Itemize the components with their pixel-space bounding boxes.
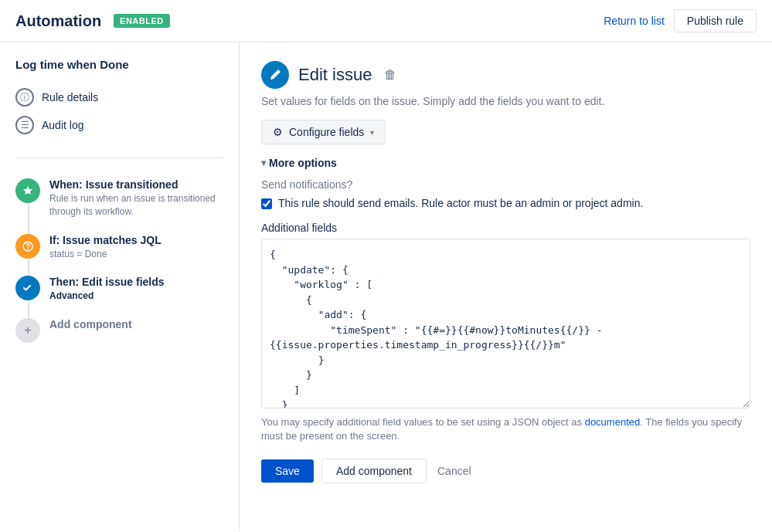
step-when-icon: [15, 178, 40, 203]
edit-issue-icon: [261, 61, 289, 89]
return-to-list-link[interactable]: Return to list: [604, 15, 665, 27]
step-add-content: Add component: [49, 318, 223, 330]
step-add-icon: +: [15, 318, 40, 343]
rule-details-icon: ⓘ: [15, 88, 34, 107]
step-then-title: Then: Edit issue fields: [49, 276, 223, 288]
content-area: Edit issue 🗑 Set values for fields on th…: [240, 42, 772, 530]
documented-link[interactable]: documented: [585, 416, 641, 428]
step-when-title: When: Issue transitioned: [49, 178, 223, 191]
hint-text: You may specify additional field values …: [261, 416, 585, 428]
sidebar-item-rule-details[interactable]: ⓘ Rule details: [15, 83, 223, 111]
additional-fields-label: Additional fields: [261, 222, 750, 234]
chevron-right-icon: ▾: [261, 158, 266, 168]
content-description: Set values for fields on the issue. Simp…: [261, 95, 750, 107]
enabled-badge: ENABLED: [114, 14, 170, 28]
header-actions: Return to list Publish rule: [604, 9, 757, 32]
step-if-content: If: Issue matches JQL status = Done: [49, 234, 223, 261]
step-then-content: Then: Edit issue fields Advanced: [49, 276, 223, 303]
send-emails-checkbox[interactable]: [261, 198, 272, 209]
save-button[interactable]: Save: [261, 459, 314, 483]
step-when-subtitle: Rule is run when an issue is transitione…: [49, 192, 223, 219]
step-if-title: If: Issue matches JQL: [49, 234, 223, 246]
more-options-toggle[interactable]: ▾ More options: [261, 157, 750, 169]
more-options-label: More options: [269, 157, 337, 169]
svg-text:?: ?: [26, 242, 30, 251]
main-layout: Log time when Done ⓘ Rule details ☰ Audi…: [0, 42, 772, 530]
send-emails-label: This rule should send emails. Rule actor…: [278, 197, 643, 209]
step-if[interactable]: ? If: Issue matches JQL status = Done: [15, 226, 223, 269]
audit-log-label: Audit log: [42, 119, 83, 131]
step-add-component[interactable]: + Add component: [15, 310, 223, 351]
app-title: Automation: [15, 12, 101, 30]
content-header: Edit issue 🗑: [261, 61, 750, 89]
json-textarea[interactable]: { "update": { "worklog" : [ { "add": { "…: [261, 239, 750, 408]
top-header: Automation ENABLED Return to list Publis…: [0, 0, 772, 42]
field-hint: You may specify additional field values …: [261, 415, 750, 443]
delete-icon[interactable]: 🗑: [384, 68, 396, 82]
action-buttons: Save Add component Cancel: [261, 459, 750, 483]
rule-name: Log time when Done: [0, 58, 239, 83]
gear-icon: ⚙: [273, 126, 283, 138]
send-emails-checkbox-row: This rule should send emails. Rule actor…: [261, 197, 750, 209]
step-when-content: When: Issue transitioned Rule is run whe…: [49, 178, 223, 219]
send-notifications-label: Send notifications?: [261, 178, 750, 191]
audit-log-icon: ☰: [15, 116, 34, 134]
sidebar-nav: ⓘ Rule details ☰ Audit log: [0, 83, 239, 151]
step-if-subtitle: status = Done: [49, 248, 223, 261]
sidebar-item-audit-log[interactable]: ☰ Audit log: [15, 111, 223, 139]
cancel-button[interactable]: Cancel: [434, 459, 474, 483]
add-component-button[interactable]: Add component: [321, 459, 427, 483]
sidebar: Log time when Done ⓘ Rule details ☰ Audi…: [0, 42, 240, 530]
content-title: Edit issue: [298, 65, 372, 85]
step-when[interactable]: When: Issue transitioned Rule is run whe…: [15, 171, 223, 226]
step-then[interactable]: Then: Edit issue fields Advanced: [15, 268, 223, 310]
step-then-icon: [15, 276, 40, 300]
configure-fields-label: Configure fields: [289, 126, 364, 138]
workflow-steps: When: Issue transitioned Rule is run whe…: [0, 171, 239, 351]
rule-details-label: Rule details: [42, 91, 98, 103]
step-add-title: Add component: [49, 318, 223, 330]
configure-fields-button[interactable]: ⚙ Configure fields ▾: [261, 120, 386, 144]
chevron-down-icon: ▾: [370, 128, 374, 137]
step-if-icon: ?: [15, 234, 40, 259]
sidebar-divider: [15, 158, 223, 158]
publish-rule-button[interactable]: Publish rule: [674, 9, 757, 32]
step-then-subtitle: Advanced: [49, 290, 223, 303]
